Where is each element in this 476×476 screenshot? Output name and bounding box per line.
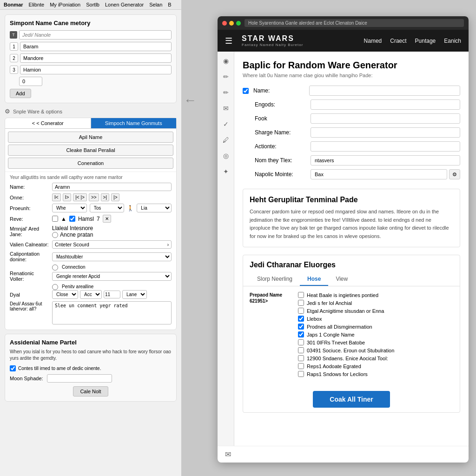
char-check-label-6: 301 0IFRs Tnevet Batobe [307, 340, 365, 345]
napolic-icon-btn[interactable]: ⚙ [449, 169, 460, 179]
moon-input[interactable] [47, 374, 112, 383]
name-input-3[interactable] [20, 65, 172, 74]
deul-textarea[interactable] [52, 301, 172, 324]
pronoun-sel3[interactable]: Lia [137, 204, 172, 212]
close-dot[interactable] [222, 21, 227, 26]
char-check-3[interactable] [298, 316, 304, 322]
settings-sharge-input[interactable] [311, 127, 460, 138]
menu-sortlb[interactable]: Sortlb [86, 2, 99, 7]
menu-bonmar[interactable]: Bonmar [4, 2, 23, 7]
connection-btn[interactable]: Conenation [8, 158, 173, 169]
calc-button[interactable]: Cale Nolt [73, 386, 108, 397]
dyal-lane-sel[interactable]: Lane [122, 290, 147, 299]
onne-btn-4[interactable]: >> [89, 193, 99, 201]
char-check-10[interactable] [298, 371, 304, 377]
char-check-5[interactable] [298, 331, 304, 337]
sidebar-icon-mail[interactable]: ✉ [221, 104, 231, 113]
field-num-2: 2 [10, 54, 18, 62]
nav-craect[interactable]: Craect [390, 38, 406, 44]
settings-fook-input[interactable] [311, 113, 460, 124]
nav-puntage[interactable]: Puntage [415, 38, 436, 44]
nav-named[interactable]: Named [364, 38, 382, 44]
name-input-2[interactable] [20, 53, 172, 63]
martial-opt1: Llaleal Intesnore [52, 225, 93, 231]
char-check-8[interactable] [298, 355, 304, 361]
additional-name-check[interactable] [10, 365, 16, 371]
nav-eanich[interactable]: Eanich [444, 38, 461, 44]
window-dots [222, 21, 241, 26]
char-check-0[interactable] [298, 292, 304, 298]
char-tab-hose[interactable]: Hose [300, 273, 328, 286]
generate-button[interactable]: Coak All Tiner [313, 391, 390, 408]
sidebar-icon-check[interactable]: ✓ [221, 119, 231, 129]
settings-name-input[interactable] [309, 86, 460, 96]
minimize-dot[interactable] [229, 21, 234, 26]
gen-tab-generator[interactable]: < < Conerator [5, 118, 91, 128]
add-button[interactable]: Add [10, 89, 31, 98]
dyal-num-input[interactable] [104, 291, 120, 298]
calibration-select[interactable]: Mashtoulbler [52, 252, 172, 261]
renations-radio[interactable] [52, 284, 58, 290]
sidebar-icon-star[interactable]: ✦ [221, 167, 231, 176]
sidebar-icon-clock[interactable]: ◎ [221, 151, 231, 160]
martial-label: Mmnjal' Ared Jane: [10, 226, 49, 237]
char-check-1[interactable] [298, 300, 304, 306]
sidebar-icon-pen[interactable]: 🖊 [221, 135, 231, 145]
settings-nom-input[interactable] [311, 155, 460, 165]
char-tab-view[interactable]: View [328, 273, 355, 286]
renations-select[interactable]: Gengle reneter Apcid [52, 272, 172, 281]
apply-name-btn[interactable]: Apil Name [8, 132, 173, 143]
footer-mail-icon[interactable]: ✉ [225, 450, 231, 459]
martial-radio[interactable] [52, 232, 58, 238]
reve-check2[interactable] [69, 216, 75, 222]
name-field[interactable] [52, 183, 172, 191]
sw-logo-sub: Fantasy Named Nalty Buretor [242, 43, 303, 47]
char-check-label-10: Raps1 Sndows for Lecliors [307, 371, 368, 377]
field-num-1: 1 [10, 42, 18, 51]
hamburger-icon[interactable]: ☰ [225, 36, 232, 46]
reve-x-btn[interactable]: ✕ [103, 215, 111, 223]
zero-input[interactable] [19, 77, 42, 86]
pronoun-sel2[interactable]: Tos [90, 204, 125, 212]
onne-btn-2[interactable]: I> [63, 193, 72, 201]
url-bar[interactable]: Hole Syarentiona Ganle alerded are Eclot… [245, 19, 464, 27]
form-martial-row: Mmnjal' Ared Jane: Llaleal Intesnore Anc… [10, 225, 172, 238]
onne-btn-6[interactable]: |> [111, 193, 119, 201]
gen-form-note: Yeur alligutitts ins sande will capthy w… [10, 175, 172, 180]
connection-radio[interactable] [52, 264, 58, 271]
char-check-9[interactable] [298, 363, 304, 369]
pronoun-sel1[interactable]: Whe [52, 204, 87, 212]
name-checkbox[interactable] [243, 88, 249, 94]
reve-check1[interactable] [52, 216, 58, 222]
jedi-name-input[interactable] [19, 30, 172, 40]
char-checkbox-item-9: Reps1 Aodoate Egrated [298, 363, 453, 369]
field-num-3: 3 [10, 66, 18, 74]
menu-lonen[interactable]: Lonen Generator [105, 2, 144, 7]
reve-up-icon: ▲ [61, 216, 66, 222]
dyal-close-sel[interactable]: Close [52, 290, 78, 299]
create-banal-btn[interactable]: Cleake Banal Peralial [8, 145, 173, 156]
valien-arrow[interactable]: › [167, 242, 169, 247]
dyal-acc-sel[interactable]: Acc [80, 290, 102, 299]
sidebar-icon-1[interactable]: ◉ [221, 56, 231, 66]
menu-my[interactable]: My iPoniation [50, 2, 80, 7]
settings-napolic-input[interactable] [311, 169, 447, 179]
onne-btn-5[interactable]: >| [101, 193, 109, 201]
sidebar-icon-2[interactable]: ✏ [221, 72, 231, 81]
menu-selan[interactable]: Selan [149, 2, 162, 7]
char-check-6[interactable] [298, 339, 304, 345]
settings-engods-input[interactable] [311, 99, 460, 110]
settings-actionte-input[interactable] [311, 141, 460, 152]
maximize-dot[interactable] [236, 21, 241, 26]
onne-btn-1[interactable]: I< [52, 193, 61, 201]
char-check-2[interactable] [298, 308, 304, 314]
gen-tab-simpoch[interactable]: Simpoch Name Gonmuts [91, 118, 177, 128]
onne-btn-3[interactable]: |< |> [73, 193, 87, 201]
char-check-7[interactable] [298, 347, 304, 353]
name-input-1[interactable] [20, 42, 172, 51]
char-check-4[interactable] [298, 324, 304, 330]
menu-elibnte[interactable]: Elibnte [29, 2, 45, 7]
menu-b[interactable]: B [168, 2, 171, 7]
sidebar-icon-3[interactable]: ✏ [221, 88, 231, 97]
char-tab-slorp[interactable]: Slorp Neerling [250, 273, 300, 286]
